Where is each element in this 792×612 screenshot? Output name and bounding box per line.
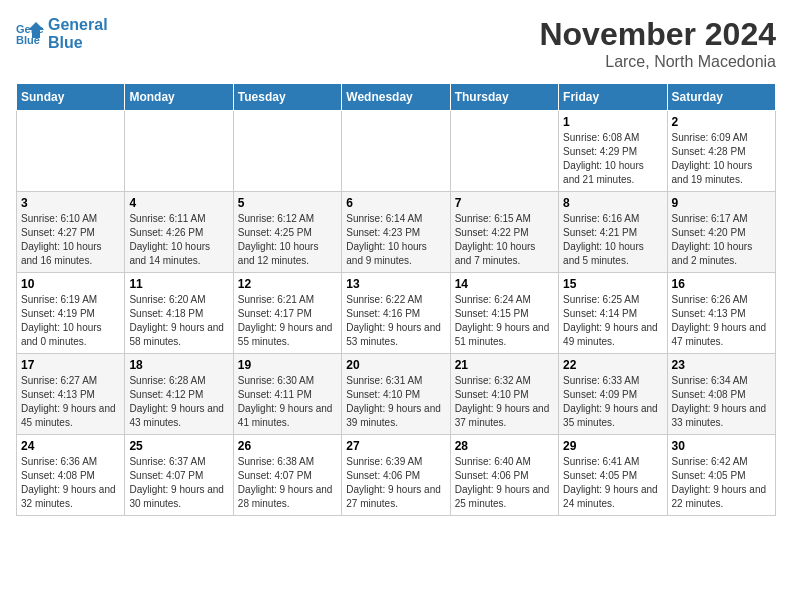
- calendar-cell: 29Sunrise: 6:41 AM Sunset: 4:05 PM Dayli…: [559, 435, 667, 516]
- day-info: Sunrise: 6:26 AM Sunset: 4:13 PM Dayligh…: [672, 293, 771, 349]
- calendar-cell: 14Sunrise: 6:24 AM Sunset: 4:15 PM Dayli…: [450, 273, 558, 354]
- logo: General Blue General Blue: [16, 16, 108, 51]
- day-info: Sunrise: 6:11 AM Sunset: 4:26 PM Dayligh…: [129, 212, 228, 268]
- header-cell-sunday: Sunday: [17, 84, 125, 111]
- header-cell-thursday: Thursday: [450, 84, 558, 111]
- header-cell-wednesday: Wednesday: [342, 84, 450, 111]
- week-row-1: 1Sunrise: 6:08 AM Sunset: 4:29 PM Daylig…: [17, 111, 776, 192]
- day-info: Sunrise: 6:08 AM Sunset: 4:29 PM Dayligh…: [563, 131, 662, 187]
- day-number: 5: [238, 196, 337, 210]
- day-number: 11: [129, 277, 228, 291]
- calendar-cell: 16Sunrise: 6:26 AM Sunset: 4:13 PM Dayli…: [667, 273, 775, 354]
- calendar-cell: [17, 111, 125, 192]
- title-area: November 2024 Larce, North Macedonia: [539, 16, 776, 71]
- day-number: 7: [455, 196, 554, 210]
- day-info: Sunrise: 6:16 AM Sunset: 4:21 PM Dayligh…: [563, 212, 662, 268]
- day-info: Sunrise: 6:42 AM Sunset: 4:05 PM Dayligh…: [672, 455, 771, 511]
- day-info: Sunrise: 6:25 AM Sunset: 4:14 PM Dayligh…: [563, 293, 662, 349]
- calendar-cell: 7Sunrise: 6:15 AM Sunset: 4:22 PM Daylig…: [450, 192, 558, 273]
- calendar-cell: 6Sunrise: 6:14 AM Sunset: 4:23 PM Daylig…: [342, 192, 450, 273]
- day-info: Sunrise: 6:12 AM Sunset: 4:25 PM Dayligh…: [238, 212, 337, 268]
- logo-general: General: [48, 16, 108, 34]
- calendar-cell: 4Sunrise: 6:11 AM Sunset: 4:26 PM Daylig…: [125, 192, 233, 273]
- day-number: 1: [563, 115, 662, 129]
- week-row-2: 3Sunrise: 6:10 AM Sunset: 4:27 PM Daylig…: [17, 192, 776, 273]
- day-number: 12: [238, 277, 337, 291]
- calendar-cell: 23Sunrise: 6:34 AM Sunset: 4:08 PM Dayli…: [667, 354, 775, 435]
- day-info: Sunrise: 6:22 AM Sunset: 4:16 PM Dayligh…: [346, 293, 445, 349]
- calendar-cell: 27Sunrise: 6:39 AM Sunset: 4:06 PM Dayli…: [342, 435, 450, 516]
- day-info: Sunrise: 6:09 AM Sunset: 4:28 PM Dayligh…: [672, 131, 771, 187]
- calendar-header-row: SundayMondayTuesdayWednesdayThursdayFrid…: [17, 84, 776, 111]
- day-info: Sunrise: 6:30 AM Sunset: 4:11 PM Dayligh…: [238, 374, 337, 430]
- day-number: 21: [455, 358, 554, 372]
- calendar-cell: [450, 111, 558, 192]
- day-number: 19: [238, 358, 337, 372]
- calendar-cell: [125, 111, 233, 192]
- day-number: 24: [21, 439, 120, 453]
- week-row-3: 10Sunrise: 6:19 AM Sunset: 4:19 PM Dayli…: [17, 273, 776, 354]
- calendar-cell: 26Sunrise: 6:38 AM Sunset: 4:07 PM Dayli…: [233, 435, 341, 516]
- calendar-cell: 2Sunrise: 6:09 AM Sunset: 4:28 PM Daylig…: [667, 111, 775, 192]
- calendar-body: 1Sunrise: 6:08 AM Sunset: 4:29 PM Daylig…: [17, 111, 776, 516]
- calendar-cell: 8Sunrise: 6:16 AM Sunset: 4:21 PM Daylig…: [559, 192, 667, 273]
- day-info: Sunrise: 6:36 AM Sunset: 4:08 PM Dayligh…: [21, 455, 120, 511]
- day-info: Sunrise: 6:31 AM Sunset: 4:10 PM Dayligh…: [346, 374, 445, 430]
- day-number: 27: [346, 439, 445, 453]
- calendar-cell: [342, 111, 450, 192]
- header-cell-saturday: Saturday: [667, 84, 775, 111]
- calendar-cell: 12Sunrise: 6:21 AM Sunset: 4:17 PM Dayli…: [233, 273, 341, 354]
- calendar-cell: 3Sunrise: 6:10 AM Sunset: 4:27 PM Daylig…: [17, 192, 125, 273]
- logo-blue: Blue: [48, 34, 108, 52]
- calendar-cell: 1Sunrise: 6:08 AM Sunset: 4:29 PM Daylig…: [559, 111, 667, 192]
- day-info: Sunrise: 6:24 AM Sunset: 4:15 PM Dayligh…: [455, 293, 554, 349]
- day-info: Sunrise: 6:15 AM Sunset: 4:22 PM Dayligh…: [455, 212, 554, 268]
- day-info: Sunrise: 6:20 AM Sunset: 4:18 PM Dayligh…: [129, 293, 228, 349]
- day-number: 6: [346, 196, 445, 210]
- calendar-cell: 17Sunrise: 6:27 AM Sunset: 4:13 PM Dayli…: [17, 354, 125, 435]
- header-cell-monday: Monday: [125, 84, 233, 111]
- header-cell-tuesday: Tuesday: [233, 84, 341, 111]
- day-info: Sunrise: 6:21 AM Sunset: 4:17 PM Dayligh…: [238, 293, 337, 349]
- day-info: Sunrise: 6:32 AM Sunset: 4:10 PM Dayligh…: [455, 374, 554, 430]
- day-info: Sunrise: 6:40 AM Sunset: 4:06 PM Dayligh…: [455, 455, 554, 511]
- day-number: 25: [129, 439, 228, 453]
- day-info: Sunrise: 6:41 AM Sunset: 4:05 PM Dayligh…: [563, 455, 662, 511]
- day-info: Sunrise: 6:38 AM Sunset: 4:07 PM Dayligh…: [238, 455, 337, 511]
- day-number: 4: [129, 196, 228, 210]
- day-number: 15: [563, 277, 662, 291]
- header-cell-friday: Friday: [559, 84, 667, 111]
- calendar-cell: 18Sunrise: 6:28 AM Sunset: 4:12 PM Dayli…: [125, 354, 233, 435]
- day-number: 2: [672, 115, 771, 129]
- day-info: Sunrise: 6:27 AM Sunset: 4:13 PM Dayligh…: [21, 374, 120, 430]
- calendar-cell: 24Sunrise: 6:36 AM Sunset: 4:08 PM Dayli…: [17, 435, 125, 516]
- day-info: Sunrise: 6:14 AM Sunset: 4:23 PM Dayligh…: [346, 212, 445, 268]
- header: General Blue General Blue November 2024 …: [16, 16, 776, 71]
- day-info: Sunrise: 6:10 AM Sunset: 4:27 PM Dayligh…: [21, 212, 120, 268]
- calendar-cell: 30Sunrise: 6:42 AM Sunset: 4:05 PM Dayli…: [667, 435, 775, 516]
- logo-icon: General Blue: [16, 20, 44, 48]
- calendar-cell: 19Sunrise: 6:30 AM Sunset: 4:11 PM Dayli…: [233, 354, 341, 435]
- calendar-cell: [233, 111, 341, 192]
- day-info: Sunrise: 6:37 AM Sunset: 4:07 PM Dayligh…: [129, 455, 228, 511]
- calendar-cell: 28Sunrise: 6:40 AM Sunset: 4:06 PM Dayli…: [450, 435, 558, 516]
- week-row-5: 24Sunrise: 6:36 AM Sunset: 4:08 PM Dayli…: [17, 435, 776, 516]
- calendar-cell: 13Sunrise: 6:22 AM Sunset: 4:16 PM Dayli…: [342, 273, 450, 354]
- day-number: 8: [563, 196, 662, 210]
- calendar-cell: 11Sunrise: 6:20 AM Sunset: 4:18 PM Dayli…: [125, 273, 233, 354]
- day-number: 10: [21, 277, 120, 291]
- day-info: Sunrise: 6:17 AM Sunset: 4:20 PM Dayligh…: [672, 212, 771, 268]
- day-number: 14: [455, 277, 554, 291]
- day-number: 23: [672, 358, 771, 372]
- calendar-table: SundayMondayTuesdayWednesdayThursdayFrid…: [16, 83, 776, 516]
- day-number: 22: [563, 358, 662, 372]
- day-number: 28: [455, 439, 554, 453]
- day-number: 20: [346, 358, 445, 372]
- day-number: 3: [21, 196, 120, 210]
- day-number: 30: [672, 439, 771, 453]
- day-number: 13: [346, 277, 445, 291]
- calendar-cell: 9Sunrise: 6:17 AM Sunset: 4:20 PM Daylig…: [667, 192, 775, 273]
- day-info: Sunrise: 6:34 AM Sunset: 4:08 PM Dayligh…: [672, 374, 771, 430]
- calendar-cell: 10Sunrise: 6:19 AM Sunset: 4:19 PM Dayli…: [17, 273, 125, 354]
- month-title: November 2024: [539, 16, 776, 53]
